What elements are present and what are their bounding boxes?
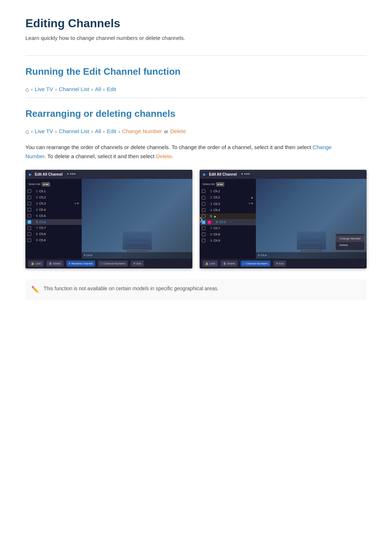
channel-name-1-7: Ch.7 [39,226,79,230]
channel-num-2-3: 3 [207,202,212,206]
channel-numbers-btn-1: □ Channel Numbers [98,260,128,267]
channel-item-2-9: 9 Ch.9 [200,238,256,244]
channel-item-2-3: 3 Ch.3 ≡▼ [200,201,256,207]
tv-header-sub-2: ● ●●● [241,172,250,177]
tv-logo-icon-2: ▶ [203,172,206,177]
channel-name-2-8: Ch.8 [213,232,254,237]
channel-num-1-7: 7 [33,226,38,230]
rename-btn-1: ≡ Rename Channel [66,260,95,267]
checkbox-1-3 [28,202,31,205]
exit-btn-1: ✕ Exit [131,260,144,267]
select-all-badge-2: ● ●● [216,182,224,187]
sort-icon-2: ≡▼ [249,201,254,206]
channel-item-2-7: 7 Ch.7 [200,225,256,231]
screenshot-1: ▶ Edit All Channel ● ●●● Select All ● ●●… [25,170,192,268]
breadcrumb-live-tv-1[interactable]: Live TV [35,85,53,94]
select-all-badge-1: ● ●● [42,182,50,187]
tv-channel-list-2: Select All ● ●● 1 Ch.1 2 Ch.2 ▲ [200,179,256,259]
lock-icon-2: 🔒 [205,262,208,266]
channel-num-1-9: 9 [33,238,38,243]
delete-icon-2: 🗑 [223,262,226,266]
channel-num-2-7: 7 [207,226,212,231]
tv-header-1: ▶ Edit All Channel ● ●●● [25,170,192,179]
checkbox-1-7 [28,226,31,230]
channel-num-2-9: 9 [207,238,212,243]
channel-item-1-2: 2 Ch.2 [25,194,82,201]
rename-label-1: Rename Channel [72,262,93,266]
section-2-title: Rearranging or deleting channels [25,107,367,121]
tv-logo-icon: ▶ [29,172,32,177]
lock-label-1: Lock [35,262,41,266]
breadcrumb-all-1[interactable]: All [95,85,101,94]
channel-num-1-6: 6 [33,220,38,225]
breadcrumb-1: ⌂ › Live TV › Channel List › All › Edit [25,85,367,94]
arrow-icon-5: › [31,128,33,135]
channel-num-2-1: 1 [207,189,212,194]
channel-name-2-6: Ch.6 [219,220,254,225]
page-subtitle: Learn quickly how to change channel numb… [25,34,367,42]
arrow-icon-3: › [91,86,93,93]
channel-name-2-2: Ch.2 [213,195,249,200]
tv-screenshot-2: ▶ Edit All Channel ● ●●● Select All ● ●●… [200,170,367,268]
channel-num-1-3: 3 [33,201,38,206]
channel-name-2-1: Ch.1 [213,189,254,194]
checkbox-1-2 [28,196,31,199]
channel-item-1-4: 4 Ch.4 [25,207,82,213]
breadcrumb-all-2[interactable]: All [95,127,101,136]
channel-item-1-3: 3 Ch.3 ≡▼ [25,201,82,207]
channel-item-2-5: 5 ▲ [200,213,256,219]
breadcrumb-delete[interactable]: Delete [170,127,186,136]
exit-label-1: ✕ Exit [133,262,141,266]
note-text: This function is not available on certai… [44,284,219,292]
select-all-label-1: Select All [28,182,40,186]
breadcrumb-channel-list-2[interactable]: Channel List [59,127,89,136]
channel-item-1-6: ✓ 6 Ch.6 [25,219,82,225]
channel-item-1-1: 1 Ch.1 [25,188,82,194]
channel-num-2-4: 4 [207,208,212,213]
checkbox-1-5 [28,214,31,218]
checkbox-1-9 [28,238,31,242]
channel-num-1-5: 5 [33,214,38,218]
arrow-icon-10: or [164,128,168,135]
body-text: You can rearrange the order of channels … [25,143,352,161]
checkbox-2-3 [202,202,205,206]
breadcrumb-2: ⌂ › Live TV › Channel List › All › Edit … [25,127,367,136]
home-icon: ⌂ [25,85,29,94]
dropdown-item-2: Delete [336,242,364,249]
channel-item-2-4: 4 Ch.4 [200,207,256,213]
arrow-icon-9: › [118,128,120,135]
rename-label-2: Channel Numbers [246,262,268,266]
tv-body-1: Select All ● ●● 1 Ch.1 2 Ch.2 [25,179,192,259]
channel-item-1-5: 5 Ch.5 [25,213,82,219]
checkbox-2-8 [202,233,205,236]
dropdown-item-1: Change Number [336,235,364,242]
checkbox-2-2 [202,196,205,200]
arrow-icon-8: › [103,128,105,135]
breadcrumb-edit-1[interactable]: Edit [107,85,116,94]
tv-preview-overlay-1: 6 Ch.6 [82,252,192,259]
channel-name-1-9: Ch.9 [39,238,79,243]
rename-icon-2: □ [243,262,245,266]
section-divider-2 [25,98,367,98]
lock-btn-1: 🔒 Lock [28,260,44,267]
channel-name-2-9: Ch.9 [213,238,254,243]
channel-num-2-2: 2 [207,195,212,200]
arrow-icon-4: › [103,86,105,93]
channel-numbers-label-1: Channel Numbers [103,262,125,266]
screenshots-row: ▶ Edit All Channel ● ●●● Select All ● ●●… [25,170,367,268]
breadcrumb-live-tv-2[interactable]: Live TV [35,127,53,136]
channel-name-2-3: Ch.3 [213,202,247,206]
channel-item-2-8: 8 Ch.8 [200,231,256,238]
breadcrumb-change-number[interactable]: Change Number [122,127,162,136]
exit-label-2: ✕ Exit [276,262,284,266]
channel-name-2-4: Ch.4 [213,208,254,213]
channel-num-2-8: 8 [207,232,212,237]
exit-btn-2: ✕ Exit [273,260,286,267]
breadcrumb-edit-2[interactable]: Edit [107,127,116,136]
channel-item-1-8: 8 Ch.8 [25,231,82,237]
delete-icon-1: 🗑 [49,262,52,266]
checkbox-1-6: ✓ [28,220,31,224]
breadcrumb-channel-list-1[interactable]: Channel List [59,85,89,94]
dropdown-menu: Change Number Delete [335,234,365,250]
checkbox-2-6b: ✓ [208,221,211,224]
